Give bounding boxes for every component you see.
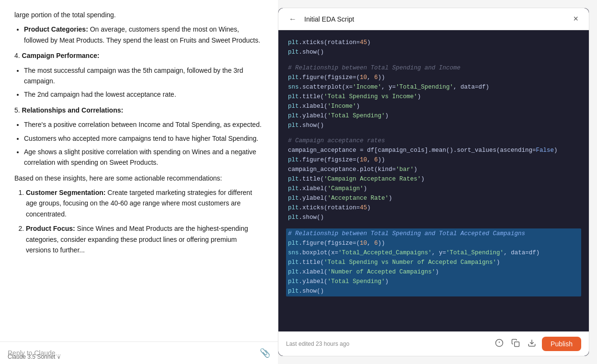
back-button[interactable]: ← — [286, 14, 299, 24]
code-content: plt.xticks(rotation=45) plt.show() # Rel… — [278, 30, 589, 331]
code-line-comment-selected: # Relationship between Total Spending an… — [288, 229, 579, 239]
editor-header: ← Initial EDA Script × — [278, 8, 589, 30]
code-line: plt.show() — [288, 47, 579, 57]
list-item: The 2nd campaign had the lowest acceptan… — [24, 89, 264, 100]
code-line-selected: plt.xlabel('Number of Accepted Campaigns… — [288, 267, 579, 277]
code-line-blank — [288, 130, 579, 136]
code-line: campaign_acceptance.plot(kind='bar') — [288, 165, 579, 174]
code-line: plt.xticks(rotation=45) — [288, 203, 579, 213]
publish-button[interactable]: Publish — [542, 337, 581, 351]
code-line: plt.title('Campaign Acceptance Rates') — [288, 174, 579, 184]
info-button[interactable] — [493, 337, 505, 351]
list-item: Customers who accepted more campaigns te… — [24, 133, 264, 144]
code-line-blank — [288, 57, 579, 63]
content-area: large portion of the total spending. Pro… — [14, 10, 264, 298]
editor-footer: Last edited 23 hours ago — [278, 331, 589, 356]
relationships-heading: 5. Relationships and Correlations: — [14, 105, 264, 115]
code-line-selected: sns.boxplot(x='Total_Accepted_Campaigns'… — [288, 248, 579, 258]
code-line-comment: # Campaign acceptance rates — [288, 136, 579, 146]
campaign-list: The most successful campaign was the 5th… — [14, 65, 264, 100]
intro-text: large portion of the total spending. — [14, 10, 264, 20]
code-line-selected: plt.show() — [288, 286, 579, 296]
svg-rect-3 — [515, 342, 519, 347]
code-line: plt.show() — [288, 121, 579, 130]
code-line: plt.xlabel('Campaign') — [288, 184, 579, 193]
model-name-label: Claude 3.5 Sonnet — [8, 353, 55, 360]
close-button[interactable]: × — [570, 13, 581, 25]
relationships-list: There's a positive correlation between I… — [14, 119, 264, 168]
attach-icon[interactable]: 📎 — [260, 348, 270, 358]
code-line: plt.show() — [288, 213, 579, 222]
code-line: campaign_acceptance = df[campaign_cols].… — [288, 146, 579, 155]
editor-header-left: ← Initial EDA Script — [286, 14, 354, 24]
code-line: plt.ylabel('Acceptance Rate') — [288, 193, 579, 203]
list-item: There's a positive correlation between I… — [24, 119, 264, 130]
code-line: plt.title('Total Spending vs Income') — [288, 92, 579, 102]
list-item: Age shows a slight positive correlation … — [24, 147, 264, 168]
selected-code-block: # Relationship between Total Spending an… — [286, 228, 581, 296]
code-line-selected: plt.figure(figsize=(10, 6)) — [288, 239, 579, 248]
left-panel: large portion of the total spending. Pro… — [0, 0, 278, 364]
product-categories-list: Product Categories: On average, customer… — [14, 24, 264, 46]
list-item: Customer Segmentation: Create targeted m… — [26, 187, 264, 219]
code-line: plt.xlabel('Income') — [288, 102, 579, 111]
footer-timestamp-area: Last edited 23 hours ago — [286, 341, 349, 347]
code-editor: ← Initial EDA Script × plt.xticks(rotati… — [278, 8, 589, 356]
code-line: plt.figure(figsize=(10, 6)) — [288, 155, 579, 165]
timestamp-text: Last edited 23 hours ago — [286, 341, 349, 347]
code-line: plt.ylabel('Total Spending') — [288, 111, 579, 121]
code-line: plt.xticks(rotation=45) — [288, 38, 579, 47]
code-line-selected: plt.title('Total Spending vs Number of A… — [288, 258, 579, 267]
recommendations-list: Customer Segmentation: Create targeted m… — [14, 187, 264, 255]
list-item: Product Focus: Since Wines and Meat Prod… — [26, 223, 264, 255]
code-line-comment: # Relationship between Total Spending an… — [288, 63, 579, 73]
model-label-row[interactable]: Claude 3.5 Sonnet ∨ — [8, 353, 60, 360]
code-line: sns.scatterplot(x='Income', y='Total_Spe… — [288, 82, 579, 92]
code-line: plt.figure(figsize=(10, 6)) — [288, 73, 579, 82]
footer-actions: Publish — [493, 337, 581, 351]
download-button[interactable] — [526, 337, 538, 351]
recommendations-intro: Based on these insights, here are some a… — [14, 173, 264, 183]
list-item: The most successful campaign was the 5th… — [24, 65, 264, 87]
list-item: Product Categories: On average, customer… — [24, 24, 264, 46]
editor-panel-wrapper: ← Initial EDA Script × plt.xticks(rotati… — [278, 0, 597, 364]
chevron-down-icon[interactable]: ∨ — [57, 354, 60, 360]
code-line-blank — [288, 222, 579, 228]
code-line-selected: plt.ylabel('Total Spending') — [288, 277, 579, 286]
editor-title: Initial EDA Script — [304, 15, 354, 23]
campaign-heading: 4. Campaign Performance: — [14, 50, 264, 61]
copy-button[interactable] — [509, 337, 522, 351]
